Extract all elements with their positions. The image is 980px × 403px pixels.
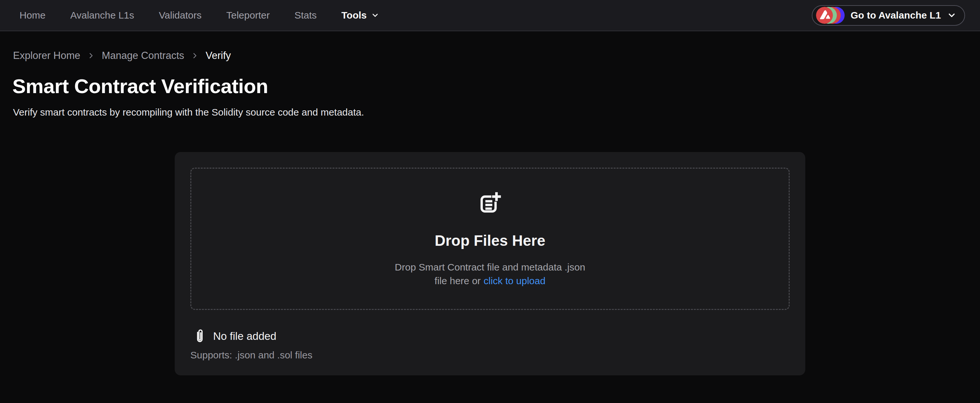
breadcrumb-explorer-home[interactable]: Explorer Home bbox=[13, 50, 80, 62]
breadcrumb: Explorer Home Manage Contracts Verify bbox=[13, 50, 980, 62]
chevron-right-icon bbox=[191, 52, 199, 59]
nav-tools-label: Tools bbox=[341, 10, 367, 21]
avalanche-logo-stack bbox=[816, 7, 845, 24]
nav-items: Home Avalanche L1s Validators Teleporter… bbox=[19, 10, 379, 21]
breadcrumb-manage-contracts[interactable]: Manage Contracts bbox=[102, 50, 184, 62]
supported-formats-text: Supports: .json and .sol files bbox=[190, 350, 790, 361]
file-dropzone[interactable]: Drop Files Here Drop Smart Contract file… bbox=[190, 168, 790, 310]
dropzone-line2-prefix: file here or bbox=[435, 274, 481, 288]
nav-item-stats[interactable]: Stats bbox=[294, 10, 317, 21]
file-status-row: No file added bbox=[190, 328, 790, 344]
paperclip-icon bbox=[195, 328, 205, 344]
dropzone-description-line1: Drop Smart Contract file and metadata .j… bbox=[395, 260, 585, 274]
chevron-right-icon bbox=[88, 52, 95, 59]
breadcrumb-current-verify: Verify bbox=[206, 50, 231, 62]
page-subtitle: Verify smart contracts by recompiling wi… bbox=[13, 107, 980, 118]
file-status-label: No file added bbox=[213, 330, 276, 342]
verification-card: Drop Files Here Drop Smart Contract file… bbox=[175, 152, 805, 375]
nav-item-teleporter[interactable]: Teleporter bbox=[226, 10, 269, 21]
chevron-down-icon bbox=[947, 10, 956, 20]
chevron-down-icon bbox=[371, 11, 379, 19]
click-to-upload-link[interactable]: click to upload bbox=[484, 274, 545, 288]
nav-item-home[interactable]: Home bbox=[19, 10, 46, 21]
go-to-avalanche-l1-button[interactable]: Go to Avalanche L1 bbox=[812, 5, 965, 26]
cta-label: Go to Avalanche L1 bbox=[851, 10, 941, 21]
nav-item-tools[interactable]: Tools bbox=[341, 10, 379, 21]
page-title: Smart Contract Verification bbox=[12, 76, 980, 97]
dropzone-description-line2: file here or click to upload bbox=[435, 274, 546, 288]
avalanche-logo-icon bbox=[816, 7, 833, 24]
file-plus-icon bbox=[478, 190, 502, 214]
nav-item-validators[interactable]: Validators bbox=[159, 10, 201, 21]
dropzone-title: Drop Files Here bbox=[435, 232, 545, 249]
nav-item-avalanche-l1s[interactable]: Avalanche L1s bbox=[70, 10, 134, 21]
top-nav: Home Avalanche L1s Validators Teleporter… bbox=[0, 0, 980, 31]
